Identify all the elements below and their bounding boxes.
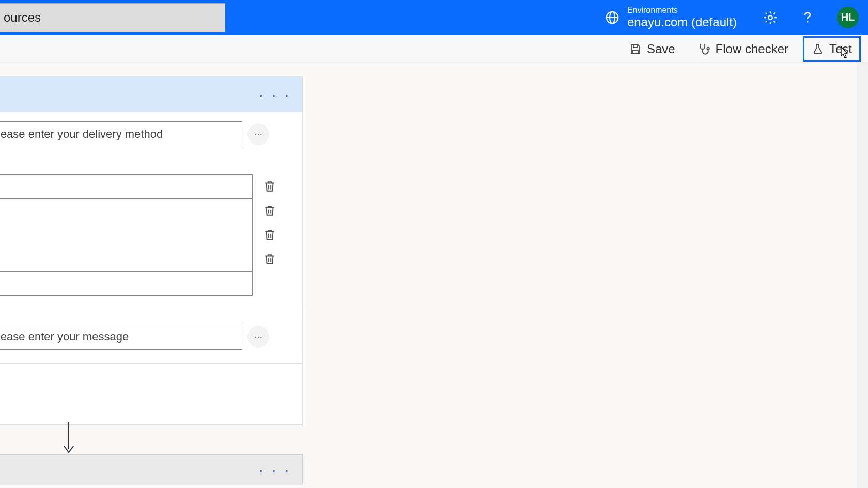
trash-icon[interactable]	[263, 227, 276, 243]
divider	[0, 363, 302, 364]
arrow-down-icon	[61, 422, 76, 454]
flow-canvas[interactable]: · · · ⋯ s ⋯	[0, 63, 868, 488]
env-label: Environments	[627, 5, 737, 15]
option-input-2[interactable]	[0, 198, 253, 223]
env-name: enayu.com (default)	[627, 15, 737, 30]
scrollbar[interactable]	[857, 63, 868, 488]
avatar[interactable]: HL	[837, 7, 859, 28]
cursor-pointer-icon	[837, 45, 850, 62]
more-icon[interactable]: · · ·	[259, 86, 291, 103]
trash-icon[interactable]	[263, 179, 276, 194]
trash-icon[interactable]	[263, 251, 276, 267]
ellipsis-icon: ⋯	[254, 332, 262, 342]
more-icon[interactable]: · · ·	[259, 461, 291, 479]
prompt-input-1[interactable]	[0, 121, 242, 147]
divider	[0, 311, 302, 311]
search-input[interactable]: ources	[0, 3, 225, 32]
globe-icon	[605, 10, 620, 25]
field-menu-button[interactable]: ⋯	[247, 123, 269, 145]
top-app-bar: ources Environments enayu.com (default) …	[0, 0, 868, 35]
svg-point-3	[768, 15, 772, 20]
gear-icon[interactable]	[763, 10, 778, 25]
stethoscope-icon	[697, 42, 710, 56]
next-step-card[interactable]: · · ·	[0, 454, 303, 485]
search-text: ources	[4, 10, 41, 25]
flask-icon	[812, 43, 824, 55]
prompt-input-2[interactable]	[0, 324, 242, 350]
ellipsis-icon: ⋯	[254, 130, 262, 139]
option-input-4[interactable]	[0, 247, 253, 272]
flow-checker-button[interactable]: Flow checker	[690, 38, 796, 60]
save-icon	[629, 43, 642, 55]
svg-point-4	[807, 21, 809, 23]
option-input-3[interactable]	[0, 223, 253, 247]
trash-icon[interactable]	[263, 203, 276, 218]
action-toolbar: Save Flow checker Test	[0, 35, 868, 63]
option-input-5[interactable]	[0, 271, 253, 296]
field-menu-button[interactable]: ⋯	[247, 326, 269, 348]
test-button[interactable]: Test	[803, 36, 861, 62]
environment-selector[interactable]: Environments enayu.com (default)	[627, 5, 737, 30]
svg-point-5	[707, 47, 709, 49]
flow-step-card: · · · ⋯ s ⋯	[0, 76, 303, 425]
help-icon[interactable]	[800, 10, 815, 25]
save-button[interactable]: Save	[622, 38, 683, 60]
options-label: s	[0, 156, 290, 170]
card-header[interactable]: · · ·	[0, 77, 302, 112]
option-input-1[interactable]	[0, 174, 253, 199]
